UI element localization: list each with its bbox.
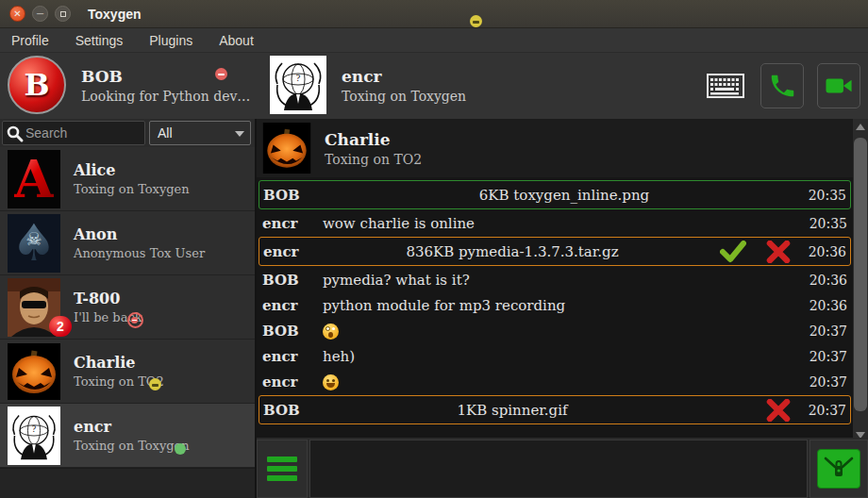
- message-time: 20:36: [805, 244, 846, 259]
- chat-scrollbar[interactable]: [853, 119, 868, 443]
- menu-bar: Profile Settings Plugins About: [0, 28, 868, 53]
- peer-status-message: Toxing on Toxygen: [342, 89, 466, 104]
- file-name-and-size: 836KB pymedia-1.3.7.3.tar.gz: [320, 243, 701, 260]
- title-bar: ✕ ─ Toxygen: [0, 0, 868, 28]
- contact-status-message: Toxing on Toxygen: [74, 182, 190, 196]
- message-text: [319, 374, 806, 391]
- svg-text:?: ?: [32, 424, 37, 434]
- message-row: BOBpymedia? what is it?20:36: [259, 268, 851, 292]
- search-input[interactable]: [25, 122, 142, 144]
- sidebar-bottom-filler: [0, 468, 255, 498]
- menu-settings[interactable]: Settings: [75, 33, 124, 48]
- self-status-message: Looking for Python dev…: [81, 89, 250, 104]
- search-box[interactable]: [2, 121, 145, 145]
- message-input[interactable]: [309, 440, 808, 498]
- send-button-area: [810, 440, 868, 498]
- contact-row-anon[interactable]: ♠☠AnonAnonymous Tox User: [0, 211, 255, 275]
- pumpkin-avatar: [8, 342, 60, 401]
- phone-icon: [768, 72, 796, 100]
- message-time: 20:36: [806, 298, 847, 313]
- shocked-emoji-icon: [323, 324, 339, 340]
- message-row: encr20:37: [259, 370, 851, 394]
- audio-call-button[interactable]: [760, 63, 804, 108]
- message-time: 20:37: [806, 324, 847, 339]
- decline-transfer-button[interactable]: [765, 241, 792, 263]
- contact-row-encr[interactable]: ?encrToxing on Toxygen: [0, 404, 255, 468]
- message-time: 20:36: [806, 273, 847, 288]
- contact-status-message: Anonymous Tox User: [74, 246, 205, 260]
- contact-row-charlie[interactable]: CharlieToxing on TO2: [0, 340, 255, 404]
- contact-row-t-800[interactable]: 2T-800I'll be back: [0, 275, 255, 340]
- message-sender: encr: [262, 348, 319, 365]
- message-sender: encr: [262, 297, 319, 314]
- file-transfer-row: BOB6KB toxygen_inline.png20:35: [259, 180, 851, 209]
- online-status-icon: [175, 443, 186, 455]
- file-name-and-size: 1KB spinner.gif: [320, 402, 701, 419]
- search-row: All: [0, 119, 255, 147]
- contact-name: T-800: [74, 290, 142, 307]
- menu-plugins[interactable]: Plugins: [149, 33, 192, 48]
- message-text: heh): [319, 348, 806, 365]
- contact-name: Charlie: [74, 354, 164, 372]
- video-camera-icon: [824, 72, 854, 100]
- message-list[interactable]: BOB6KB toxygen_inline.png20:35encrwow ch…: [257, 177, 853, 438]
- message-sender: encr: [262, 215, 319, 232]
- composer-bar: [257, 438, 868, 498]
- contact-status-message: Toxing on Toxygen: [74, 439, 190, 453]
- message-sender: BOB: [263, 402, 320, 419]
- decline-transfer-button[interactable]: [765, 399, 792, 422]
- message-time: 20:35: [805, 188, 846, 203]
- minimize-icon[interactable]: ─: [32, 6, 48, 22]
- message-time: 20:37: [805, 403, 846, 418]
- smile-emoji-icon: [323, 374, 339, 390]
- message-time: 20:35: [806, 216, 847, 231]
- message-row: encrpython module for mp3 recording20:36: [259, 293, 851, 318]
- top-panel: B BOB Looking for Python dev… ?: [0, 53, 868, 119]
- close-icon[interactable]: ✕: [9, 6, 25, 22]
- scroll-up-icon[interactable]: [856, 124, 865, 130]
- peer-name: encr: [342, 67, 466, 86]
- message-text: pymedia? what is it?: [319, 272, 806, 289]
- contact-name: Alice: [74, 161, 190, 179]
- smiley-menu-button[interactable]: [257, 440, 308, 498]
- menu-profile[interactable]: Profile: [11, 33, 49, 48]
- message-sender: BOB: [262, 323, 319, 340]
- anon-mask-avatar: ?: [8, 407, 60, 465]
- message-row: encrwow charlie is online20:35: [259, 211, 851, 236]
- message-sender: BOB: [263, 187, 320, 204]
- contact-list: AAliceToxing on Toxygen♠☠AnonAnonymous T…: [0, 147, 255, 468]
- away-status-icon: [149, 378, 161, 390]
- message-row: BOB20:37: [259, 319, 851, 343]
- file-transfer-row: BOB1KB spinner.gif20:37: [259, 395, 851, 424]
- contact-row-alice[interactable]: AAliceToxing on Toxygen: [0, 147, 255, 211]
- file-transfer-row: encr836KB pymedia-1.3.7.3.tar.gz20:36: [259, 237, 851, 266]
- maximize-icon[interactable]: [55, 6, 71, 22]
- menu-about[interactable]: About: [219, 33, 254, 48]
- svg-text:?: ?: [296, 74, 301, 83]
- busy-status-icon: [215, 68, 227, 80]
- message-text: python module for mp3 recording: [319, 297, 806, 314]
- self-avatar: B: [8, 56, 66, 114]
- unread-count-badge: 2: [49, 316, 72, 337]
- accept-transfer-button[interactable]: [720, 241, 746, 263]
- toxygen-window: ✕ ─ Toxygen Profile Settings Plugins Abo…: [0, 0, 868, 498]
- keyboard-icon: [707, 74, 744, 98]
- chevron-down-icon: [235, 131, 244, 137]
- chat-peer-name: Charlie: [325, 130, 422, 149]
- send-message-button[interactable]: [817, 449, 860, 489]
- screen-keyboard-button[interactable]: [704, 63, 747, 108]
- scrollbar-thumb[interactable]: [854, 138, 867, 411]
- contact-name: Anon: [74, 225, 205, 243]
- window-title: Toxygen: [88, 7, 142, 22]
- chat-peer-status-message: Toxing on TO2: [325, 152, 422, 167]
- contact-name: encr: [74, 418, 190, 436]
- peer-header: ? encr Toxing on Toxygen: [270, 56, 676, 114]
- search-icon: [6, 124, 25, 143]
- message-sender: BOB: [262, 272, 319, 289]
- contact-filter-dropdown[interactable]: All: [149, 121, 251, 145]
- message-time: 20:37: [806, 374, 847, 390]
- video-call-button[interactable]: [817, 63, 860, 108]
- chat-peer-avatar: [262, 123, 311, 174]
- encrypted-send-icon: [823, 455, 855, 483]
- self-profile[interactable]: B BOB Looking for Python dev…: [8, 56, 251, 114]
